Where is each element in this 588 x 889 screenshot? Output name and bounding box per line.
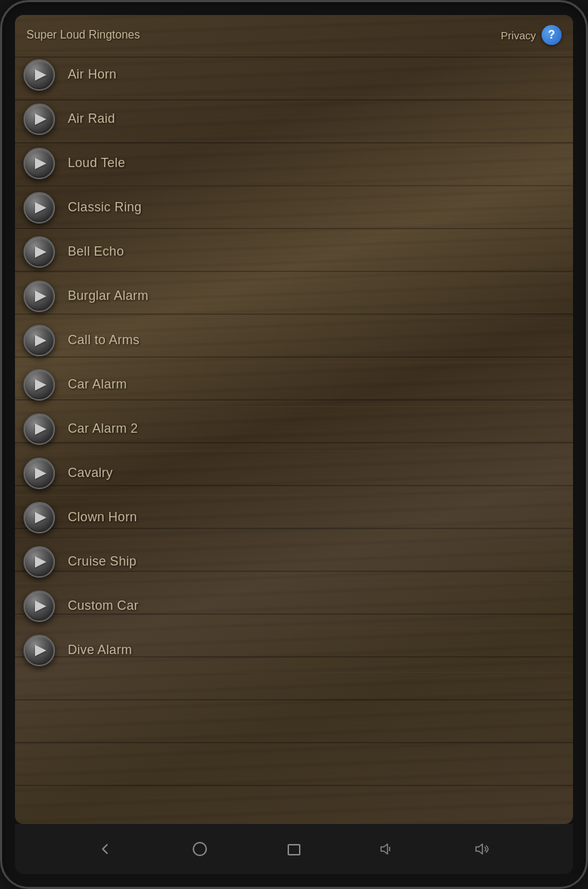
play-button[interactable] — [24, 192, 55, 223]
play-icon — [35, 423, 46, 435]
list-item[interactable]: Air Horn — [15, 53, 573, 97]
svg-point-0 — [193, 843, 206, 855]
list-item[interactable]: Cavalry — [15, 451, 573, 496]
list-item[interactable]: Car Alarm 2 — [15, 407, 573, 451]
play-icon — [35, 202, 46, 214]
ringtone-name: Call to Arms — [68, 333, 140, 348]
play-button[interactable] — [24, 59, 55, 91]
play-button[interactable] — [24, 635, 55, 666]
ringtone-name: Dive Alarm — [68, 643, 132, 658]
list-item[interactable]: Classic Ring — [15, 186, 573, 230]
play-button[interactable] — [24, 591, 55, 622]
device-frame: Super Loud Ringtones Privacy ? Air HornA… — [0, 0, 588, 889]
list-item[interactable]: Car Alarm — [15, 363, 573, 407]
privacy-link[interactable]: Privacy — [501, 29, 536, 41]
play-icon — [35, 512, 46, 523]
app-title: Super Loud Ringtones — [26, 29, 140, 41]
home-button[interactable] — [186, 835, 214, 863]
play-icon — [35, 645, 46, 656]
play-button[interactable] — [24, 236, 55, 268]
play-icon — [35, 158, 46, 169]
play-button[interactable] — [24, 546, 55, 578]
help-button[interactable]: ? — [542, 25, 562, 45]
play-icon — [35, 335, 46, 346]
play-button[interactable] — [24, 104, 55, 135]
ringtone-name: Clown Horn — [68, 510, 137, 525]
play-button[interactable] — [24, 325, 55, 356]
play-button[interactable] — [24, 148, 55, 179]
app-screen: Super Loud Ringtones Privacy ? Air HornA… — [15, 15, 573, 824]
ringtone-name: Cruise Ship — [68, 554, 136, 569]
svg-marker-2 — [381, 844, 387, 854]
navigation-bar — [15, 824, 573, 874]
list-item[interactable]: Loud Tele — [15, 141, 573, 186]
back-button[interactable] — [91, 835, 119, 863]
play-icon — [35, 69, 46, 81]
play-icon — [35, 246, 46, 258]
ringtone-name: Car Alarm — [68, 377, 127, 392]
ringtone-name: Bell Echo — [68, 244, 124, 259]
play-button[interactable] — [24, 458, 55, 489]
app-header: Super Loud Ringtones Privacy ? — [15, 15, 573, 53]
ringtone-name: Loud Tele — [68, 156, 125, 171]
play-button[interactable] — [24, 369, 55, 401]
play-icon — [35, 114, 46, 125]
ringtone-name: Air Raid — [68, 111, 115, 126]
ringtone-name: Cavalry — [68, 466, 113, 481]
ringtone-name: Car Alarm 2 — [68, 421, 138, 436]
play-icon — [35, 601, 46, 612]
play-button[interactable] — [24, 281, 55, 312]
play-icon — [35, 468, 46, 479]
ringtone-name: Custom Car — [68, 598, 138, 613]
list-item[interactable]: Clown Horn — [15, 496, 573, 540]
volume-down-button[interactable] — [374, 835, 402, 863]
ringtone-name: Air Horn — [68, 67, 116, 82]
volume-up-button[interactable] — [469, 835, 497, 863]
play-button[interactable] — [24, 502, 55, 533]
list-item[interactable]: Bell Echo — [15, 230, 573, 274]
list-item[interactable]: Custom Car — [15, 584, 573, 628]
ringtone-name: Classic Ring — [68, 200, 142, 215]
recents-button[interactable] — [280, 835, 308, 863]
list-item[interactable]: Burglar Alarm — [15, 274, 573, 318]
play-icon — [35, 291, 46, 302]
play-button[interactable] — [24, 413, 55, 445]
play-icon — [35, 556, 46, 568]
list-item[interactable]: Dive Alarm — [15, 628, 573, 673]
bottom-spacer — [2, 874, 586, 887]
header-actions: Privacy ? — [501, 25, 562, 45]
svg-rect-1 — [288, 845, 300, 855]
list-item[interactable]: Air Raid — [15, 97, 573, 141]
svg-marker-4 — [476, 844, 482, 854]
list-item[interactable]: Cruise Ship — [15, 540, 573, 584]
ringtone-name: Burglar Alarm — [68, 288, 148, 303]
play-icon — [35, 379, 46, 391]
ringtone-list: Air HornAir RaidLoud TeleClassic RingBel… — [15, 53, 573, 673]
list-item[interactable]: Call to Arms — [15, 318, 573, 363]
